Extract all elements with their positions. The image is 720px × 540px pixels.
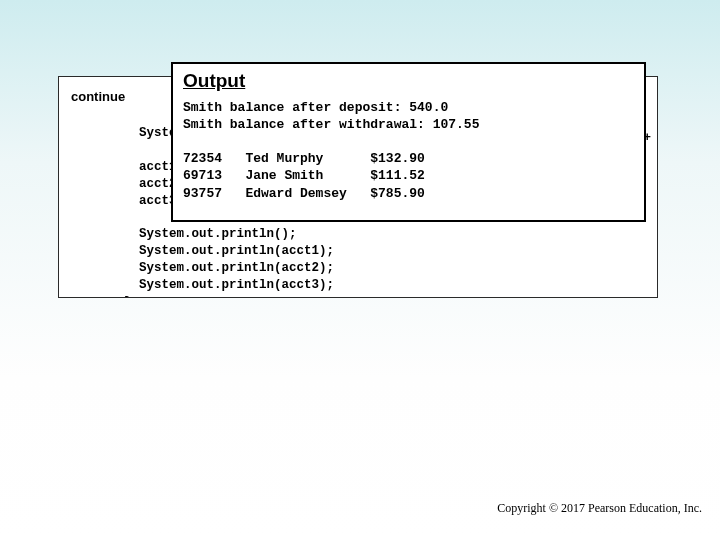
continue-label: continue xyxy=(71,89,125,104)
output-table: 72354 Ted Murphy $132.90 69713 Jane Smit… xyxy=(183,150,634,203)
output-panel: Output Smith balance after deposit: 540.… xyxy=(171,62,646,222)
output-title: Output xyxy=(183,70,634,92)
output-summary-lines: Smith balance after deposit: 540.0 Smith… xyxy=(183,100,634,134)
copyright-text: Copyright © 2017 Pearson Education, Inc. xyxy=(497,501,702,516)
